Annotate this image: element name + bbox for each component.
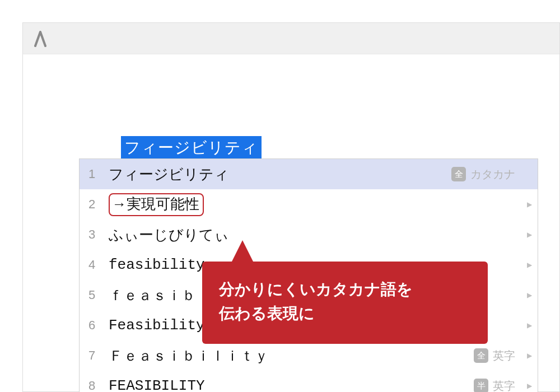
chevron-right-icon: ▶ [527, 291, 532, 299]
ime-input-text[interactable]: フィージビリティ [121, 136, 262, 161]
chevron-right-icon: ▶ [527, 382, 532, 390]
callout-line2: 伝わる表現に [219, 305, 315, 322]
candidate-number: 2 [88, 197, 109, 212]
titlebar [23, 23, 559, 54]
candidate-text: Ｆｅａｓｉｂｉｌｉｔｙ [109, 346, 269, 366]
candidate-text: feasibility [109, 256, 205, 273]
candidate-row-3[interactable]: 3ふぃーじびりてぃ▶ [80, 220, 538, 250]
candidate-text: Feasibility [109, 317, 205, 334]
candidate-number: 3 [88, 227, 109, 242]
candidate-row-8[interactable]: 8FEASIBILITY半英字▶ [80, 371, 538, 392]
candidate-hint-text: カタカナ [470, 167, 515, 182]
candidate-text: ふぃーじびりてぃ [109, 225, 229, 245]
candidate-hint-text: 英字 [493, 348, 515, 363]
candidate-row-1[interactable]: 1フィージビリティ全カタカナ [80, 159, 538, 189]
chevron-right-icon: ▶ [527, 200, 532, 208]
annotation-callout: 分かりにくいカタカナ語を 伝わる表現に [202, 262, 488, 344]
candidate-row-7[interactable]: 7Ｆｅａｓｉｂｉｌｉｔｙ全英字▶ [80, 340, 538, 371]
candidate-row-2[interactable]: 2→実現可能性▶ [80, 189, 538, 220]
candidate-hint: 全カタカナ [451, 167, 515, 182]
candidate-number: 1 [88, 167, 109, 181]
width-badge: 全 [474, 348, 488, 363]
candidate-number: 5 [88, 288, 109, 302]
chevron-right-icon: ▶ [527, 352, 532, 360]
app-logo-icon [33, 30, 48, 47]
candidate-number: 4 [88, 258, 109, 272]
candidate-text: フィージビリティ [109, 165, 229, 184]
chevron-right-icon: ▶ [527, 321, 532, 329]
callout-line1: 分かりにくいカタカナ語を [219, 281, 413, 298]
width-badge: 半 [474, 379, 488, 392]
candidate-number: 8 [88, 379, 109, 392]
chevron-right-icon: ▶ [527, 231, 532, 239]
candidate-text: FEASIBILITY [109, 377, 205, 392]
candidate-number: 6 [88, 318, 109, 333]
candidate-hint: 全英字 [474, 348, 515, 363]
candidate-hint-text: 英字 [493, 379, 515, 393]
candidate-text: →実現可能性 [109, 193, 204, 216]
chevron-right-icon: ▶ [527, 261, 532, 269]
width-badge: 全 [451, 167, 466, 181]
app-window: フィージビリティ 1フィージビリティ全カタカナ2→実現可能性▶3ふぃーじびりてぃ… [22, 22, 560, 392]
candidate-number: 7 [88, 348, 109, 363]
candidate-hint: 半英字 [474, 379, 515, 393]
